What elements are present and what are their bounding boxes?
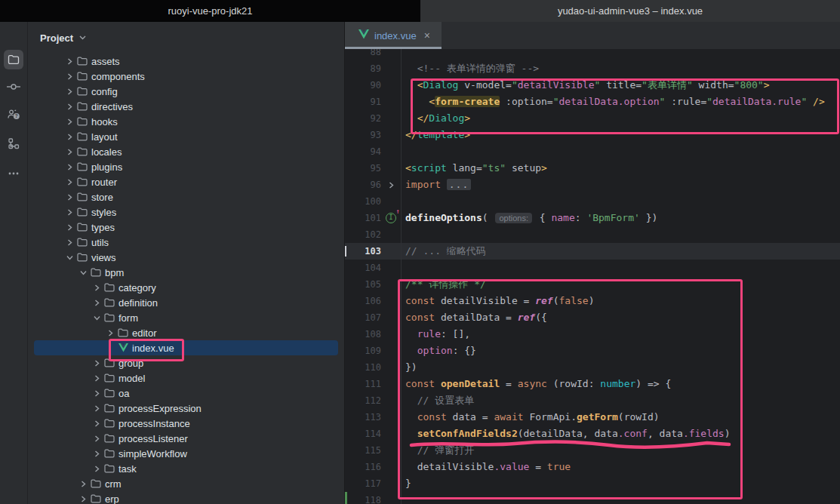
tree-item-router[interactable]: router [34,174,338,189]
code-line-90[interactable]: 90 <Dialog v-model="detailVisible" title… [345,77,840,94]
code-line-95[interactable]: 95<script lang="ts" setup> [345,160,840,177]
code-line-107[interactable]: 107const detailData = ref({ [345,309,840,326]
chevron-right-icon[interactable] [63,103,75,110]
tree-item-layout[interactable]: layout [34,129,338,144]
chevron-right-icon[interactable] [91,450,103,457]
tree-item-model[interactable]: model [34,370,338,386]
code-line-91[interactable]: 91 <form-create :option="detailData.opti… [345,94,840,110]
chevron-down-icon[interactable] [79,35,86,40]
intention-icon[interactable]: I [381,210,401,226]
tab-index-vue[interactable]: index.vue × [345,22,442,49]
chevron-right-icon[interactable] [91,284,103,291]
tree-item-views[interactable]: views [34,250,338,265]
structure-icon[interactable] [4,134,23,153]
chevron-right-icon[interactable] [91,466,103,472]
chevron-right-icon[interactable] [77,496,89,502]
code-line-102[interactable]: 102 [345,226,840,243]
chevron-right-icon[interactable] [63,224,75,231]
tree-item-directives[interactable]: directives [34,99,338,114]
code-line-115[interactable]: 115 // 弹窗打开 [345,442,840,459]
chevron-right-icon[interactable] [63,239,75,246]
tree-item-assets[interactable]: assets [34,54,338,69]
chevron-right-icon[interactable] [104,330,116,337]
chevron-right-icon[interactable] [63,58,75,65]
pull-requests-icon[interactable]: ? [4,105,23,124]
tree-item-editor[interactable]: editor [34,325,338,340]
tree-item-bpm[interactable]: bpm [34,265,338,280]
tree-item-locales[interactable]: locales [34,144,338,159]
code-line-118[interactable]: 118 [345,492,840,504]
chevron-right-icon[interactable] [77,481,89,487]
chevron-right-icon[interactable] [63,149,75,155]
tree-item-oa[interactable]: oa [34,386,338,401]
tree-item-form[interactable]: form [34,310,338,325]
code-area[interactable]: 8889 <!-- 表单详情的弹窗 -->90 <Dialog v-model=… [345,49,840,504]
chevron-right-icon[interactable] [91,360,103,367]
code-line-104[interactable]: 104 [345,260,840,276]
tree-item-config[interactable]: config [34,84,338,99]
tree-item-styles[interactable]: styles [34,204,338,220]
chevron-right-icon[interactable] [91,405,103,412]
tree-item-processExpression[interactable]: processExpression [34,401,338,416]
code-line-96[interactable]: 96import ... [345,177,840,193]
code-line-113[interactable]: 113 const data = await FormApi.getForm(r… [345,409,840,426]
code-line-93[interactable]: 93</template> [345,127,840,143]
tree-item-utils[interactable]: utils [34,235,338,250]
tree-item-crm[interactable]: crm [34,476,338,491]
code-line-106[interactable]: 106const detailVisible = ref(false) [345,293,840,309]
chevron-right-icon[interactable] [63,179,75,186]
code-line-92[interactable]: 92 </Dialog> [345,110,840,127]
titlebar-right-window[interactable]: yudao-ui-admin-vue3 – index.vue [420,0,840,22]
code-line-101[interactable]: 101IdefineOptions( options: { name: 'Bpm… [345,210,840,226]
tree-item-plugins[interactable]: plugins [34,159,338,174]
titlebar-left-window[interactable]: ruoyi-vue-pro-jdk21 [0,0,420,22]
tree-item-processInstance[interactable]: processInstance [34,416,338,431]
tree-item-task[interactable]: task [34,461,338,476]
code-line-100[interactable]: 100 [345,193,840,210]
code-line-112[interactable]: 112 // 设置表单 [345,392,840,409]
commit-icon[interactable] [4,77,23,97]
code-line-108[interactable]: 108 rule: [], [345,326,840,343]
project-panel-header[interactable]: Project [28,22,344,54]
code-line-117[interactable]: 117} [345,475,840,492]
tree-item-hooks[interactable]: hooks [34,114,338,129]
tree-item-components[interactable]: components [34,69,338,84]
tree-item-category[interactable]: category [34,280,338,295]
code-line-103[interactable]: 103// ... 缩略代码 [345,243,840,260]
project-icon[interactable] [4,50,23,69]
chevron-right-icon[interactable] [91,390,103,397]
code-line-89[interactable]: 89 <!-- 表单详情的弹窗 --> [345,60,840,77]
tree-item-group[interactable]: group [34,355,338,370]
code-line-114[interactable]: 114 setConfAndFields2(detailData, data.c… [345,426,840,442]
tree-item-types[interactable]: types [34,220,338,235]
code-line-94[interactable]: 94 [345,143,840,160]
chevron-right-icon[interactable] [63,88,75,95]
chevron-right-icon[interactable] [63,164,75,171]
fold-arrow-icon[interactable] [381,177,401,193]
chevron-right-icon[interactable] [91,300,103,306]
tree-item-processListener[interactable]: processListener [34,431,338,446]
more-icon[interactable] [4,164,23,183]
chevron-right-icon[interactable] [91,375,103,382]
chevron-right-icon[interactable] [63,118,75,125]
chevron-down-icon[interactable] [91,315,103,321]
tree-item-definition[interactable]: definition [34,295,338,310]
chevron-down-icon[interactable] [77,270,89,275]
chevron-right-icon[interactable] [63,209,75,216]
code-line-88[interactable]: 88 [345,49,840,60]
tree-item-index.vue[interactable]: index.vue [34,340,338,355]
chevron-right-icon[interactable] [63,194,75,201]
code-line-116[interactable]: 116 detailVisible.value = true [345,459,840,475]
chevron-right-icon[interactable] [63,73,75,80]
tree-item-store[interactable]: store [34,189,338,204]
code-line-105[interactable]: 105/** 详情操作 */ [345,276,840,293]
code-line-109[interactable]: 109 option: {} [345,343,840,359]
chevron-right-icon[interactable] [91,420,103,427]
chevron-right-icon[interactable] [91,435,103,442]
close-icon[interactable]: × [424,30,430,41]
tree-item-simpleWorkflow[interactable]: simpleWorkflow [34,446,338,461]
chevron-down-icon[interactable] [63,255,75,260]
code-line-110[interactable]: 110}) [345,359,840,376]
chevron-right-icon[interactable] [63,134,75,140]
code-line-111[interactable]: 111const openDetail = async (rowId: numb… [345,376,840,392]
